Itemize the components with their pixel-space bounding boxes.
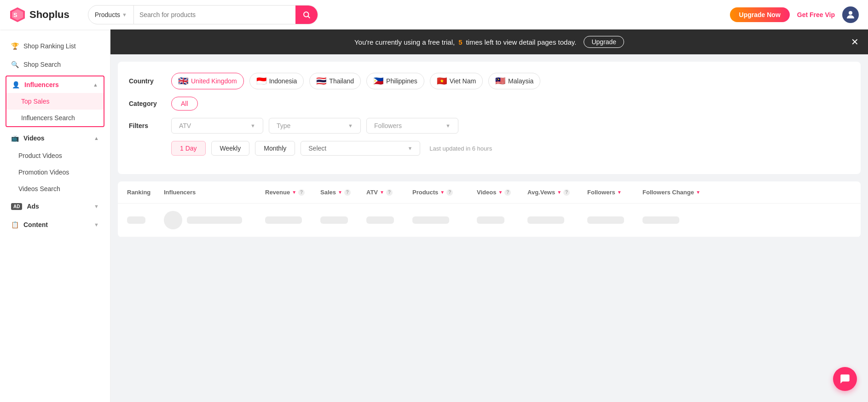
ph-country-name: Philippines [386,77,417,85]
country-btn-indonesia[interactable]: 🇮🇩 Indonesia [249,73,304,89]
col-ranking: Ranking [127,189,164,196]
search-bar: Products ▼ [88,5,318,24]
sidebar-item-videos[interactable]: 📺 Videos ▲ [0,129,110,147]
videos-label: Videos [23,134,45,142]
influencers-icon: 👤 [12,81,20,88]
col-followers[interactable]: Followers ▼ [587,189,642,196]
skeleton-avatar [164,211,182,229]
search-button[interactable] [295,6,318,24]
country-btn-philippines[interactable]: 🇵🇭 Philippines [366,73,424,89]
sort-icon-avg-views: ▼ [557,190,561,195]
logo-text: Shoplus [29,9,69,21]
skeleton-sales [320,216,348,224]
last-updated-text: Last updated in 6 hours [429,145,492,152]
sidebar-item-shop-search[interactable]: 🔍 Shop Search [0,55,110,74]
header: S Shoplus Products ▼ Upgrade Now Get Fre… [0,0,868,29]
sidebar-item-videos-search[interactable]: Videos Search [0,181,110,197]
col-revenue[interactable]: Revenue ▼ ? [265,189,320,196]
uk-flag-icon: 🇬🇧 [178,76,188,86]
sidebar-item-label: Shop Ranking List [23,42,76,50]
chevron-down-icon-followers: ▼ [446,123,451,128]
search-dropdown-label: Products [95,11,120,18]
avatar[interactable] [842,6,859,23]
sidebar-item-ads[interactable]: AD Ads ▼ [0,197,110,216]
chevron-up-icon: ▲ [93,82,98,87]
get-free-vip-button[interactable]: Get Free Vip [797,11,835,18]
followers-placeholder: Followers [374,122,402,129]
select-dropdown[interactable]: Select ▼ [301,141,420,156]
type-placeholder: Type [277,122,290,129]
sidebar-item-product-videos[interactable]: Product Videos [0,147,110,164]
ads-label: Ads [27,203,39,210]
country-btn-uk[interactable]: 🇬🇧 United Kingdom [171,73,244,89]
chevron-down-icon: ▼ [122,12,127,17]
skeleton-followers [587,216,624,224]
country-btn-malaysia[interactable]: 🇲🇾 Malaysia [488,73,540,89]
time-btn-weekly[interactable]: Weekly [211,141,250,156]
chevron-down-icon-content: ▼ [94,222,99,227]
banner-text-before: You're currently using a free trial, [354,38,455,46]
upgrade-now-button[interactable]: Upgrade Now [730,7,790,22]
influencers-label: Influencers [24,81,59,88]
chevron-up-icon-videos: ▲ [94,135,99,141]
followers-filter-select[interactable]: Followers ▼ [366,118,458,134]
atv-placeholder: ATV [179,122,191,129]
country-btn-thailand[interactable]: 🇹🇭 Thailand [309,73,361,89]
category-all-button[interactable]: All [171,97,198,111]
sidebar-item-promotion-videos[interactable]: Promotion Videos [0,164,110,181]
videos-icon: 📺 [11,134,19,142]
influencers-search-label: Influencers Search [21,114,75,122]
chevron-down-icon-atv: ▼ [250,123,255,128]
country-btn-vietnam[interactable]: 🇻🇳 Viet Nam [430,73,483,89]
close-icon[interactable]: ✕ [851,36,859,47]
chevron-down-icon-select: ▼ [407,146,412,151]
id-flag-icon: 🇮🇩 [256,76,266,86]
sidebar-item-influencers[interactable]: 👤 Influencers ▲ [6,76,104,93]
col-sales[interactable]: Sales ▼ ? [320,189,366,196]
banner-text-after: times left to view detail pages today. [466,38,577,46]
category-filter-row: Category All [129,97,850,111]
skeleton-products [412,216,449,224]
content-label: Content [23,221,48,228]
th-flag-icon: 🇹🇭 [316,76,326,86]
ads-icon: AD [11,203,22,210]
uk-country-name: United Kingdom [191,77,237,85]
main-content: You're currently using a free trial, 5 t… [110,29,868,402]
sidebar-item-content[interactable]: 📋 Content ▼ [0,216,110,234]
time-btn-monthly[interactable]: Monthly [255,141,295,156]
sidebar-item-top-sales[interactable]: Top Sales [6,93,104,110]
sort-icon-sales: ▼ [338,190,342,195]
skeleton-revenue [265,216,302,224]
col-videos[interactable]: Videos ▼ ? [477,189,527,196]
col-followers-change[interactable]: Followers Change ▼ [642,189,702,196]
chevron-down-icon-ads: ▼ [94,204,99,209]
search-dropdown[interactable]: Products ▼ [88,6,134,24]
sort-icon-revenue: ▼ [292,190,296,195]
info-icon-videos: ? [504,189,511,196]
info-icon-products: ? [446,189,453,196]
svg-line-4 [308,16,309,17]
ph-flag-icon: 🇵🇭 [373,76,383,86]
vn-flag-icon: 🇻🇳 [437,76,447,86]
skeleton-ranking [127,216,145,224]
time-btn-1day[interactable]: 1 Day [171,141,206,156]
sidebar-item-shop-ranking[interactable]: 🏆 Shop Ranking List [0,37,110,55]
search-input[interactable] [134,6,295,24]
table-row-skeleton-1 [118,204,861,237]
sidebar-item-influencers-search[interactable]: Influencers Search [6,110,104,126]
skeleton-atv [366,216,394,224]
skeleton-influencer-cell [164,211,265,229]
filter-card: Country 🇬🇧 United Kingdom 🇮🇩 Indonesia 🇹… [118,62,861,174]
filters-row: Filters ATV ▼ Type ▼ Followers ▼ [129,118,850,134]
type-filter-select[interactable]: Type ▼ [269,118,361,134]
chat-button[interactable] [833,367,857,391]
banner-count: 5 [458,38,462,46]
col-avg-views[interactable]: Avg.Vews ▼ ? [527,189,587,196]
chevron-down-icon-type: ▼ [348,123,353,128]
banner-upgrade-button[interactable]: Upgrade [584,36,624,48]
atv-filter-select[interactable]: ATV ▼ [171,118,263,134]
logo[interactable]: S Shoplus [9,6,69,23]
col-atv[interactable]: ATV ▼ ? [366,189,412,196]
col-products[interactable]: Products ▼ ? [412,189,477,196]
sort-icon-products: ▼ [440,190,445,195]
